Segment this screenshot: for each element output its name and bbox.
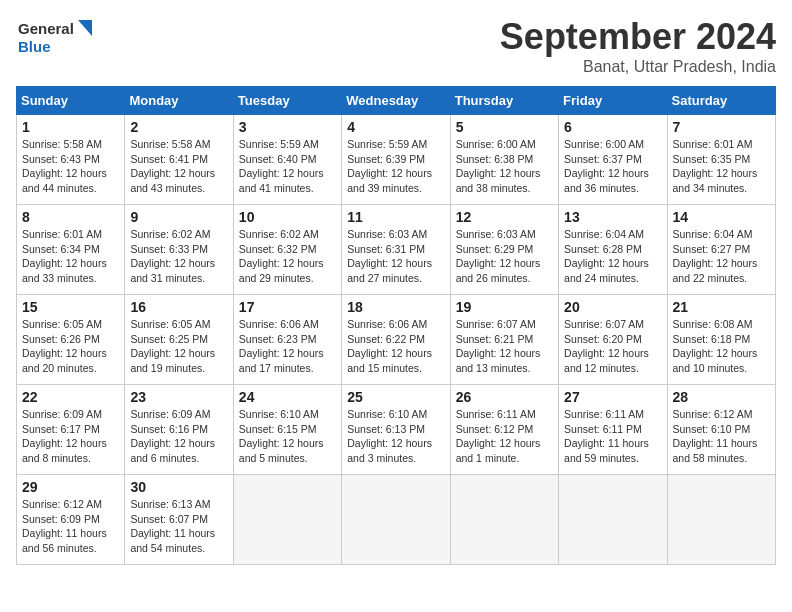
- day-info: Sunrise: 6:03 AMSunset: 6:29 PMDaylight:…: [456, 228, 541, 284]
- day-info: Sunrise: 6:11 AMSunset: 6:12 PMDaylight:…: [456, 408, 541, 464]
- day-info: Sunrise: 5:58 AMSunset: 6:43 PMDaylight:…: [22, 138, 107, 194]
- day-number: 23: [130, 389, 227, 405]
- day-info: Sunrise: 6:03 AMSunset: 6:31 PMDaylight:…: [347, 228, 432, 284]
- day-number: 5: [456, 119, 553, 135]
- calendar-cell-12: 12Sunrise: 6:03 AMSunset: 6:29 PMDayligh…: [450, 205, 558, 295]
- calendar-cell-11: 11Sunrise: 6:03 AMSunset: 6:31 PMDayligh…: [342, 205, 450, 295]
- calendar-cell-3: 3Sunrise: 5:59 AMSunset: 6:40 PMDaylight…: [233, 115, 341, 205]
- column-header-friday: Friday: [559, 87, 667, 115]
- calendar-cell-17: 17Sunrise: 6:06 AMSunset: 6:23 PMDayligh…: [233, 295, 341, 385]
- calendar-header-row: SundayMondayTuesdayWednesdayThursdayFrid…: [17, 87, 776, 115]
- calendar-cell-4: 4Sunrise: 5:59 AMSunset: 6:39 PMDaylight…: [342, 115, 450, 205]
- month-title: September 2024: [500, 16, 776, 58]
- day-number: 24: [239, 389, 336, 405]
- calendar-cell-empty: [233, 475, 341, 565]
- day-info: Sunrise: 6:07 AMSunset: 6:20 PMDaylight:…: [564, 318, 649, 374]
- logo-icon: General Blue: [16, 16, 96, 60]
- svg-marker-2: [78, 20, 92, 36]
- day-info: Sunrise: 5:59 AMSunset: 6:40 PMDaylight:…: [239, 138, 324, 194]
- header: General Blue September 2024 Banat, Uttar…: [16, 16, 776, 76]
- day-number: 27: [564, 389, 661, 405]
- calendar-cell-10: 10Sunrise: 6:02 AMSunset: 6:32 PMDayligh…: [233, 205, 341, 295]
- day-info: Sunrise: 6:09 AMSunset: 6:16 PMDaylight:…: [130, 408, 215, 464]
- calendar-cell-22: 22Sunrise: 6:09 AMSunset: 6:17 PMDayligh…: [17, 385, 125, 475]
- day-number: 25: [347, 389, 444, 405]
- logo: General Blue: [16, 16, 96, 60]
- svg-text:Blue: Blue: [18, 38, 51, 55]
- day-number: 16: [130, 299, 227, 315]
- day-number: 18: [347, 299, 444, 315]
- day-info: Sunrise: 6:09 AMSunset: 6:17 PMDaylight:…: [22, 408, 107, 464]
- location-subtitle: Banat, Uttar Pradesh, India: [500, 58, 776, 76]
- day-info: Sunrise: 6:04 AMSunset: 6:27 PMDaylight:…: [673, 228, 758, 284]
- day-info: Sunrise: 6:13 AMSunset: 6:07 PMDaylight:…: [130, 498, 215, 554]
- calendar-cell-26: 26Sunrise: 6:11 AMSunset: 6:12 PMDayligh…: [450, 385, 558, 475]
- day-info: Sunrise: 6:11 AMSunset: 6:11 PMDaylight:…: [564, 408, 649, 464]
- day-info: Sunrise: 6:06 AMSunset: 6:23 PMDaylight:…: [239, 318, 324, 374]
- calendar-cell-empty: [450, 475, 558, 565]
- calendar-week-0: 1Sunrise: 5:58 AMSunset: 6:43 PMDaylight…: [17, 115, 776, 205]
- column-header-saturday: Saturday: [667, 87, 775, 115]
- day-number: 2: [130, 119, 227, 135]
- day-number: 10: [239, 209, 336, 225]
- day-number: 7: [673, 119, 770, 135]
- calendar-cell-30: 30Sunrise: 6:13 AMSunset: 6:07 PMDayligh…: [125, 475, 233, 565]
- day-info: Sunrise: 5:58 AMSunset: 6:41 PMDaylight:…: [130, 138, 215, 194]
- calendar-cell-16: 16Sunrise: 6:05 AMSunset: 6:25 PMDayligh…: [125, 295, 233, 385]
- calendar-cell-9: 9Sunrise: 6:02 AMSunset: 6:33 PMDaylight…: [125, 205, 233, 295]
- calendar-week-1: 8Sunrise: 6:01 AMSunset: 6:34 PMDaylight…: [17, 205, 776, 295]
- day-number: 12: [456, 209, 553, 225]
- day-number: 19: [456, 299, 553, 315]
- calendar-table: SundayMondayTuesdayWednesdayThursdayFrid…: [16, 86, 776, 565]
- day-info: Sunrise: 6:08 AMSunset: 6:18 PMDaylight:…: [673, 318, 758, 374]
- calendar-cell-5: 5Sunrise: 6:00 AMSunset: 6:38 PMDaylight…: [450, 115, 558, 205]
- day-info: Sunrise: 6:07 AMSunset: 6:21 PMDaylight:…: [456, 318, 541, 374]
- day-number: 28: [673, 389, 770, 405]
- day-info: Sunrise: 6:02 AMSunset: 6:33 PMDaylight:…: [130, 228, 215, 284]
- calendar-cell-24: 24Sunrise: 6:10 AMSunset: 6:15 PMDayligh…: [233, 385, 341, 475]
- day-number: 1: [22, 119, 119, 135]
- column-header-thursday: Thursday: [450, 87, 558, 115]
- calendar-cell-1: 1Sunrise: 5:58 AMSunset: 6:43 PMDaylight…: [17, 115, 125, 205]
- calendar-cell-2: 2Sunrise: 5:58 AMSunset: 6:41 PMDaylight…: [125, 115, 233, 205]
- calendar-week-3: 22Sunrise: 6:09 AMSunset: 6:17 PMDayligh…: [17, 385, 776, 475]
- calendar-cell-empty: [559, 475, 667, 565]
- day-number: 22: [22, 389, 119, 405]
- day-number: 29: [22, 479, 119, 495]
- day-info: Sunrise: 6:04 AMSunset: 6:28 PMDaylight:…: [564, 228, 649, 284]
- column-header-sunday: Sunday: [17, 87, 125, 115]
- calendar-cell-15: 15Sunrise: 6:05 AMSunset: 6:26 PMDayligh…: [17, 295, 125, 385]
- column-header-tuesday: Tuesday: [233, 87, 341, 115]
- calendar-cell-28: 28Sunrise: 6:12 AMSunset: 6:10 PMDayligh…: [667, 385, 775, 475]
- title-area: September 2024 Banat, Uttar Pradesh, Ind…: [500, 16, 776, 76]
- calendar-cell-8: 8Sunrise: 6:01 AMSunset: 6:34 PMDaylight…: [17, 205, 125, 295]
- calendar-cell-empty: [667, 475, 775, 565]
- day-number: 13: [564, 209, 661, 225]
- calendar-cell-13: 13Sunrise: 6:04 AMSunset: 6:28 PMDayligh…: [559, 205, 667, 295]
- calendar-cell-29: 29Sunrise: 6:12 AMSunset: 6:09 PMDayligh…: [17, 475, 125, 565]
- day-number: 11: [347, 209, 444, 225]
- day-info: Sunrise: 6:01 AMSunset: 6:34 PMDaylight:…: [22, 228, 107, 284]
- calendar-cell-7: 7Sunrise: 6:01 AMSunset: 6:35 PMDaylight…: [667, 115, 775, 205]
- calendar-cell-empty: [342, 475, 450, 565]
- day-info: Sunrise: 6:12 AMSunset: 6:09 PMDaylight:…: [22, 498, 107, 554]
- day-info: Sunrise: 6:02 AMSunset: 6:32 PMDaylight:…: [239, 228, 324, 284]
- calendar-cell-23: 23Sunrise: 6:09 AMSunset: 6:16 PMDayligh…: [125, 385, 233, 475]
- calendar-cell-27: 27Sunrise: 6:11 AMSunset: 6:11 PMDayligh…: [559, 385, 667, 475]
- calendar-week-2: 15Sunrise: 6:05 AMSunset: 6:26 PMDayligh…: [17, 295, 776, 385]
- day-info: Sunrise: 6:06 AMSunset: 6:22 PMDaylight:…: [347, 318, 432, 374]
- calendar-cell-20: 20Sunrise: 6:07 AMSunset: 6:20 PMDayligh…: [559, 295, 667, 385]
- column-header-wednesday: Wednesday: [342, 87, 450, 115]
- day-number: 4: [347, 119, 444, 135]
- day-number: 26: [456, 389, 553, 405]
- calendar-cell-21: 21Sunrise: 6:08 AMSunset: 6:18 PMDayligh…: [667, 295, 775, 385]
- day-number: 14: [673, 209, 770, 225]
- day-number: 21: [673, 299, 770, 315]
- day-number: 3: [239, 119, 336, 135]
- calendar-cell-14: 14Sunrise: 6:04 AMSunset: 6:27 PMDayligh…: [667, 205, 775, 295]
- day-info: Sunrise: 6:10 AMSunset: 6:15 PMDaylight:…: [239, 408, 324, 464]
- day-number: 8: [22, 209, 119, 225]
- day-info: Sunrise: 6:01 AMSunset: 6:35 PMDaylight:…: [673, 138, 758, 194]
- day-info: Sunrise: 6:00 AMSunset: 6:37 PMDaylight:…: [564, 138, 649, 194]
- calendar-cell-18: 18Sunrise: 6:06 AMSunset: 6:22 PMDayligh…: [342, 295, 450, 385]
